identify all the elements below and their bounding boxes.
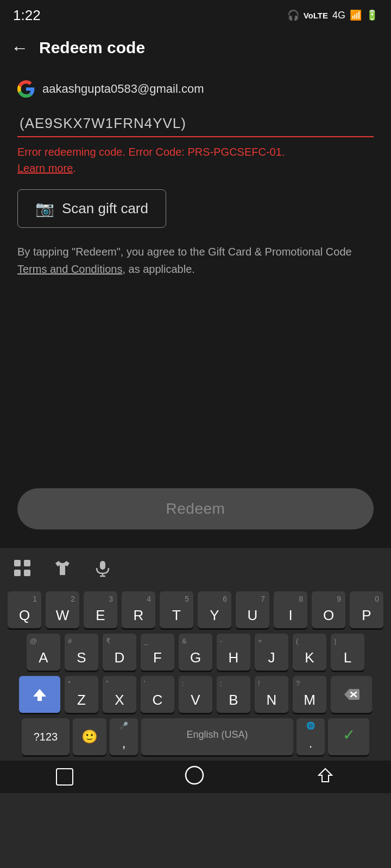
- scan-gift-card-button[interactable]: 📷 Scan gift card: [17, 189, 166, 228]
- key-q[interactable]: 1Q: [8, 591, 41, 628]
- keyboard-shirt-icon[interactable]: [53, 559, 72, 581]
- keyboard-keys: 1Q 2W 3E 4R 5T 6Y 7U 8I 9O 0P @A #S ₹D _…: [0, 591, 391, 755]
- terms-suffix: , as applicable.: [122, 263, 194, 275]
- key-s[interactable]: #S: [65, 634, 98, 671]
- terms-link[interactable]: Terms and Conditions: [17, 263, 122, 275]
- enter-key[interactable]: ✓: [328, 718, 369, 755]
- page-title: Redeem code: [39, 39, 145, 57]
- network-icon: 4G: [332, 10, 345, 21]
- numbers-key[interactable]: ?123: [22, 718, 70, 755]
- key-comma[interactable]: 🎤 ,: [110, 718, 138, 755]
- terms-prefix: By tapping "Redeem", you agree to the Gi…: [17, 246, 352, 258]
- svg-point-9: [186, 767, 203, 784]
- key-e[interactable]: 3E: [84, 591, 117, 628]
- signal-icon: 📶: [350, 9, 362, 21]
- key-r[interactable]: 4R: [122, 591, 155, 628]
- key-f[interactable]: _F: [141, 634, 174, 671]
- key-y[interactable]: 6Y: [198, 591, 231, 628]
- scan-button-label: Scan gift card: [62, 200, 148, 217]
- key-n[interactable]: !N: [255, 676, 288, 713]
- svg-rect-3: [24, 570, 30, 576]
- key-o[interactable]: 9O: [312, 591, 345, 628]
- home-button[interactable]: [185, 765, 204, 789]
- error-message: Error redeeming code. Error Code: PRS-PG…: [17, 144, 374, 176]
- space-key[interactable]: English (USA): [141, 718, 293, 755]
- key-d[interactable]: ₹D: [103, 634, 136, 671]
- key-k[interactable]: (K: [293, 634, 326, 671]
- redeem-button[interactable]: Redeem: [17, 488, 374, 529]
- emoji-key[interactable]: 🙂: [73, 718, 106, 755]
- key-l[interactable]: )L: [331, 634, 364, 671]
- key-t[interactable]: 5T: [160, 591, 193, 628]
- key-h[interactable]: -H: [217, 634, 250, 671]
- key-row-2: @A #S ₹D _F &G -H +J (K )L: [3, 634, 388, 671]
- account-email: aakashgupta0583@gmail.com: [42, 82, 204, 96]
- code-input[interactable]: [17, 111, 374, 137]
- content-area: aakashgupta0583@gmail.com Error redeemin…: [0, 67, 391, 291]
- key-c[interactable]: 'C: [141, 676, 174, 713]
- back-button[interactable]: ←: [11, 39, 28, 56]
- backspace-key[interactable]: [331, 676, 372, 713]
- svg-rect-4: [100, 561, 105, 570]
- key-v[interactable]: :V: [179, 676, 212, 713]
- key-m[interactable]: ?M: [293, 676, 326, 713]
- svg-rect-0: [14, 560, 21, 566]
- key-row-4: ?123 🙂 🎤 , English (USA) 🌐 . ✓: [3, 718, 388, 755]
- key-a[interactable]: @A: [27, 634, 60, 671]
- key-j[interactable]: +J: [255, 634, 288, 671]
- svg-rect-1: [24, 560, 30, 566]
- account-row: aakashgupta0583@gmail.com: [17, 80, 374, 98]
- keyboard-toolbar: [0, 548, 391, 591]
- battery-icon: 🔋: [366, 9, 378, 21]
- svg-rect-2: [14, 570, 21, 576]
- status-bar: 1:22 🎧 VoLTE 4G 📶 🔋: [0, 0, 391, 28]
- key-z[interactable]: *Z: [65, 676, 98, 713]
- recents-button[interactable]: [56, 768, 73, 786]
- headphones-icon: 🎧: [287, 9, 299, 21]
- key-w[interactable]: 2W: [46, 591, 79, 628]
- terms-text: By tapping "Redeem", you agree to the Gi…: [17, 243, 374, 278]
- camera-icon: 📷: [35, 200, 54, 218]
- bottom-nav: [0, 761, 391, 793]
- status-icons: 🎧 VoLTE 4G 📶 🔋: [287, 9, 378, 21]
- code-input-wrapper: [17, 111, 374, 137]
- status-time: 1:22: [13, 7, 41, 24]
- keyboard-mic-icon[interactable]: [93, 559, 112, 581]
- key-row-3: *Z "X 'C :V ;B !N ?M: [3, 676, 388, 713]
- key-p[interactable]: 0P: [350, 591, 383, 628]
- key-b[interactable]: ;B: [217, 676, 250, 713]
- keyboard-grid-icon[interactable]: [13, 559, 31, 581]
- app-bar: ← Redeem code: [0, 28, 391, 67]
- key-g[interactable]: &G: [179, 634, 212, 671]
- key-row-1: 1Q 2W 3E 4R 5T 6Y 7U 8I 9O 0P: [3, 591, 388, 628]
- keyboard-area: 1Q 2W 3E 4R 5T 6Y 7U 8I 9O 0P @A #S ₹D _…: [0, 548, 391, 868]
- key-x[interactable]: "X: [103, 676, 136, 713]
- error-text: Error redeeming code. Error Code: PRS-PG…: [17, 146, 285, 158]
- shift-key[interactable]: [19, 676, 60, 713]
- volte-icon: VoLTE: [304, 11, 328, 20]
- key-i[interactable]: 8I: [274, 591, 307, 628]
- key-period[interactable]: 🌐 .: [297, 718, 325, 755]
- google-icon: [17, 80, 35, 98]
- learn-more-link[interactable]: Learn more: [17, 162, 73, 174]
- back-nav-button[interactable]: [316, 765, 335, 789]
- key-u[interactable]: 7U: [236, 591, 269, 628]
